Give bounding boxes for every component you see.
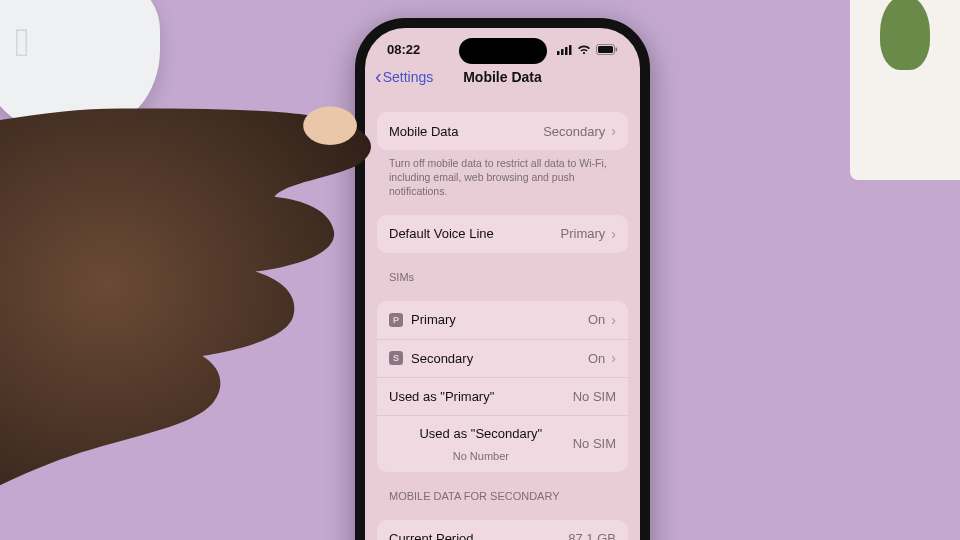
sim-badge-p-icon: P <box>389 313 403 327</box>
sim-used-primary-row[interactable]: Used as "Primary" No SIM <box>377 377 628 415</box>
section-header-sims: SIMs <box>377 253 628 287</box>
chevron-right-icon: › <box>611 312 616 328</box>
row-label: Current Period <box>389 531 474 540</box>
svg-rect-5 <box>598 46 613 53</box>
row-value: Primary <box>561 226 606 241</box>
svg-rect-2 <box>565 47 568 55</box>
svg-rect-0 <box>557 51 560 55</box>
current-period-row[interactable]: Current Period 87.1 GB <box>377 520 628 540</box>
svg-rect-3 <box>569 45 572 55</box>
section-header-data: MOBILE DATA FOR SECONDARY <box>377 472 628 506</box>
row-label: Secondary <box>411 351 473 366</box>
sim-secondary-row[interactable]: S Secondary On › <box>377 339 628 377</box>
nav-bar: ‹ Settings Mobile Data <box>365 61 640 98</box>
row-value: No SIM <box>573 389 616 404</box>
row-label: Used as "Primary" <box>389 389 494 404</box>
svg-point-10 <box>303 106 357 144</box>
row-value: Secondary <box>543 124 605 139</box>
iphone-frame: 08:22 ‹ Settings Mobile Data <box>355 18 650 540</box>
sim-used-secondary-row[interactable]: Used as "Secondary" No Number No SIM <box>377 415 628 472</box>
row-label: Used as "Secondary" <box>419 426 542 441</box>
row-label: Mobile Data <box>389 124 458 139</box>
row-label: Default Voice Line <box>389 226 494 241</box>
row-value: No SIM <box>573 436 616 451</box>
sim-badge-s-icon: S <box>389 351 403 365</box>
cellular-icon <box>557 45 572 55</box>
hand-prop <box>0 70 400 540</box>
apple-logo-icon:  <box>15 20 30 65</box>
default-voice-line-row[interactable]: Default Voice Line Primary › <box>377 215 628 253</box>
row-value: On <box>588 351 605 366</box>
row-label: Primary <box>411 312 456 327</box>
svg-rect-6 <box>616 48 618 52</box>
plant-prop <box>880 0 930 70</box>
sim-primary-row[interactable]: P Primary On › <box>377 301 628 339</box>
back-label: Settings <box>383 69 434 85</box>
row-value: 87.1 GB <box>568 531 616 540</box>
svg-rect-1 <box>561 49 564 55</box>
chevron-right-icon: › <box>611 226 616 242</box>
wifi-icon <box>577 45 591 55</box>
dynamic-island <box>459 38 547 64</box>
mobile-data-row[interactable]: Mobile Data Secondary › <box>377 112 628 150</box>
iphone-screen: 08:22 ‹ Settings Mobile Data <box>365 28 640 540</box>
back-button[interactable]: ‹ Settings <box>375 65 433 88</box>
battery-icon <box>596 44 618 55</box>
chevron-right-icon: › <box>611 123 616 139</box>
row-subtitle: No Number <box>453 450 509 462</box>
chevron-left-icon: ‹ <box>375 65 382 88</box>
chevron-right-icon: › <box>611 350 616 366</box>
status-time: 08:22 <box>387 42 420 57</box>
airpods-case-prop:  <box>0 0 160 130</box>
row-value: On <box>588 312 605 327</box>
section-footer-text: Turn off mobile data to restrict all dat… <box>377 150 628 201</box>
